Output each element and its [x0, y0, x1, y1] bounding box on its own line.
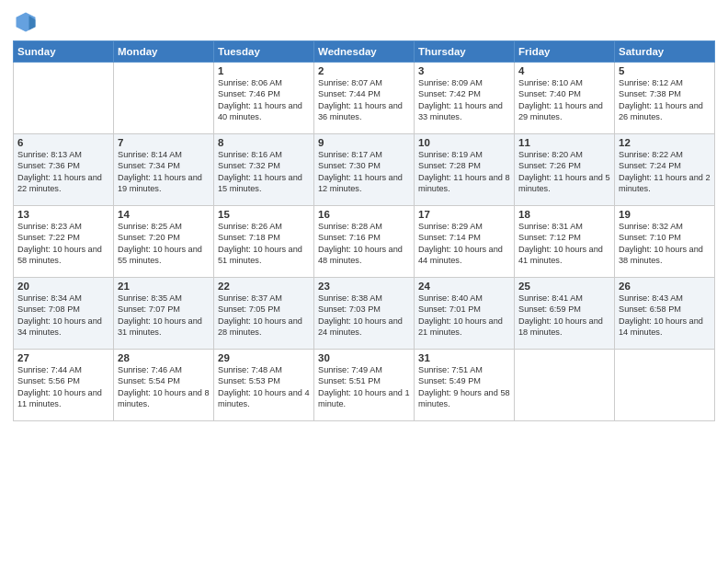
- day-number: 30: [318, 352, 410, 363]
- day-info: Sunrise: 8:16 AM Sunset: 7:32 PM Dayligh…: [218, 149, 310, 195]
- calendar-cell: 10Sunrise: 8:19 AM Sunset: 7:28 PM Dayli…: [415, 134, 515, 206]
- day-info: Sunrise: 8:35 AM Sunset: 7:07 PM Dayligh…: [118, 293, 210, 339]
- day-number: 10: [418, 137, 510, 148]
- calendar-cell: 24Sunrise: 8:40 AM Sunset: 7:01 PM Dayli…: [415, 278, 515, 350]
- day-number: 1: [218, 65, 310, 76]
- day-number: 6: [17, 137, 109, 148]
- day-info: Sunrise: 7:51 AM Sunset: 5:49 PM Dayligh…: [418, 364, 510, 410]
- day-number: 5: [619, 65, 711, 76]
- weekday-tuesday: Tuesday: [214, 41, 314, 63]
- calendar-cell: 23Sunrise: 8:38 AM Sunset: 7:03 PM Dayli…: [314, 278, 415, 350]
- calendar-cell: 6Sunrise: 8:13 AM Sunset: 7:36 PM Daylig…: [14, 134, 114, 206]
- calendar-cell: 11Sunrise: 8:20 AM Sunset: 7:26 PM Dayli…: [515, 134, 615, 206]
- day-info: Sunrise: 7:48 AM Sunset: 5:53 PM Dayligh…: [218, 364, 310, 410]
- day-info: Sunrise: 8:12 AM Sunset: 7:38 PM Dayligh…: [619, 77, 711, 123]
- calendar-cell: 26Sunrise: 8:43 AM Sunset: 6:58 PM Dayli…: [615, 278, 715, 350]
- weekday-thursday: Thursday: [415, 41, 515, 63]
- day-number: 16: [318, 209, 410, 220]
- day-number: 23: [318, 281, 410, 292]
- day-info: Sunrise: 8:29 AM Sunset: 7:14 PM Dayligh…: [418, 221, 510, 267]
- weekday-wednesday: Wednesday: [314, 41, 415, 63]
- day-number: 17: [418, 209, 510, 220]
- day-info: Sunrise: 8:43 AM Sunset: 6:58 PM Dayligh…: [619, 293, 711, 339]
- day-info: Sunrise: 8:26 AM Sunset: 7:18 PM Dayligh…: [218, 221, 310, 267]
- calendar-week-1: 1Sunrise: 8:06 AM Sunset: 7:46 PM Daylig…: [14, 63, 715, 134]
- day-info: Sunrise: 7:44 AM Sunset: 5:56 PM Dayligh…: [17, 364, 109, 410]
- calendar-cell: 30Sunrise: 7:49 AM Sunset: 5:51 PM Dayli…: [314, 350, 415, 421]
- calendar-table: SundayMondayTuesdayWednesdayThursdayFrid…: [13, 40, 715, 421]
- day-number: 9: [318, 137, 410, 148]
- calendar-cell: [14, 63, 114, 134]
- weekday-monday: Monday: [114, 41, 214, 63]
- calendar-week-4: 20Sunrise: 8:34 AM Sunset: 7:08 PM Dayli…: [14, 278, 715, 350]
- day-number: 31: [418, 352, 510, 363]
- day-info: Sunrise: 8:19 AM Sunset: 7:28 PM Dayligh…: [418, 149, 510, 195]
- calendar-week-5: 27Sunrise: 7:44 AM Sunset: 5:56 PM Dayli…: [14, 350, 715, 421]
- day-info: Sunrise: 8:07 AM Sunset: 7:44 PM Dayligh…: [318, 77, 410, 123]
- day-info: Sunrise: 8:34 AM Sunset: 7:08 PM Dayligh…: [17, 293, 109, 339]
- day-info: Sunrise: 8:20 AM Sunset: 7:26 PM Dayligh…: [518, 149, 610, 195]
- day-info: Sunrise: 8:38 AM Sunset: 7:03 PM Dayligh…: [318, 293, 410, 339]
- calendar-cell: 29Sunrise: 7:48 AM Sunset: 5:53 PM Dayli…: [214, 350, 314, 421]
- day-info: Sunrise: 8:28 AM Sunset: 7:16 PM Dayligh…: [318, 221, 410, 267]
- day-number: 20: [17, 281, 109, 292]
- day-info: Sunrise: 8:06 AM Sunset: 7:46 PM Dayligh…: [218, 77, 310, 123]
- day-info: Sunrise: 8:37 AM Sunset: 7:05 PM Dayligh…: [218, 293, 310, 339]
- calendar-cell: 25Sunrise: 8:41 AM Sunset: 6:59 PM Dayli…: [515, 278, 615, 350]
- day-info: Sunrise: 8:25 AM Sunset: 7:20 PM Dayligh…: [118, 221, 210, 267]
- day-info: Sunrise: 8:22 AM Sunset: 7:24 PM Dayligh…: [619, 149, 711, 195]
- calendar-cell: 20Sunrise: 8:34 AM Sunset: 7:08 PM Dayli…: [14, 278, 114, 350]
- calendar-cell: 16Sunrise: 8:28 AM Sunset: 7:16 PM Dayli…: [314, 206, 415, 278]
- calendar-cell: 13Sunrise: 8:23 AM Sunset: 7:22 PM Dayli…: [14, 206, 114, 278]
- day-number: 26: [619, 281, 711, 292]
- day-number: 27: [17, 352, 109, 363]
- calendar-cell: 19Sunrise: 8:32 AM Sunset: 7:10 PM Dayli…: [615, 206, 715, 278]
- calendar-cell: 5Sunrise: 8:12 AM Sunset: 7:38 PM Daylig…: [615, 63, 715, 134]
- calendar-week-2: 6Sunrise: 8:13 AM Sunset: 7:36 PM Daylig…: [14, 134, 715, 206]
- page-header: [13, 9, 715, 35]
- day-info: Sunrise: 8:31 AM Sunset: 7:12 PM Dayligh…: [518, 221, 610, 267]
- day-info: Sunrise: 7:49 AM Sunset: 5:51 PM Dayligh…: [318, 364, 410, 410]
- day-info: Sunrise: 8:13 AM Sunset: 7:36 PM Dayligh…: [17, 149, 109, 195]
- day-info: Sunrise: 8:17 AM Sunset: 7:30 PM Dayligh…: [318, 149, 410, 195]
- calendar-cell: 12Sunrise: 8:22 AM Sunset: 7:24 PM Dayli…: [615, 134, 715, 206]
- calendar-cell: 17Sunrise: 8:29 AM Sunset: 7:14 PM Dayli…: [415, 206, 515, 278]
- logo-icon: [13, 9, 39, 35]
- weekday-header-row: SundayMondayTuesdayWednesdayThursdayFrid…: [14, 41, 715, 63]
- day-info: Sunrise: 8:41 AM Sunset: 6:59 PM Dayligh…: [518, 293, 610, 339]
- day-number: 14: [118, 209, 210, 220]
- day-number: 15: [218, 209, 310, 220]
- calendar-cell: 2Sunrise: 8:07 AM Sunset: 7:44 PM Daylig…: [314, 63, 415, 134]
- calendar-cell: 14Sunrise: 8:25 AM Sunset: 7:20 PM Dayli…: [114, 206, 214, 278]
- weekday-friday: Friday: [515, 41, 615, 63]
- day-number: 19: [619, 209, 711, 220]
- calendar-week-3: 13Sunrise: 8:23 AM Sunset: 7:22 PM Dayli…: [14, 206, 715, 278]
- calendar-cell: 3Sunrise: 8:09 AM Sunset: 7:42 PM Daylig…: [415, 63, 515, 134]
- day-info: Sunrise: 8:32 AM Sunset: 7:10 PM Dayligh…: [619, 221, 711, 267]
- calendar-cell: 22Sunrise: 8:37 AM Sunset: 7:05 PM Dayli…: [214, 278, 314, 350]
- calendar-cell: 31Sunrise: 7:51 AM Sunset: 5:49 PM Dayli…: [415, 350, 515, 421]
- calendar-cell: 8Sunrise: 8:16 AM Sunset: 7:32 PM Daylig…: [214, 134, 314, 206]
- calendar-cell: [615, 350, 715, 421]
- calendar-cell: [515, 350, 615, 421]
- day-number: 21: [118, 281, 210, 292]
- calendar-cell: 18Sunrise: 8:31 AM Sunset: 7:12 PM Dayli…: [515, 206, 615, 278]
- calendar-cell: [114, 63, 214, 134]
- calendar-cell: 1Sunrise: 8:06 AM Sunset: 7:46 PM Daylig…: [214, 63, 314, 134]
- calendar-cell: 9Sunrise: 8:17 AM Sunset: 7:30 PM Daylig…: [314, 134, 415, 206]
- logo: [13, 9, 42, 35]
- weekday-sunday: Sunday: [14, 41, 114, 63]
- day-number: 8: [218, 137, 310, 148]
- day-number: 24: [418, 281, 510, 292]
- day-number: 18: [518, 209, 610, 220]
- day-info: Sunrise: 8:09 AM Sunset: 7:42 PM Dayligh…: [418, 77, 510, 123]
- day-number: 3: [418, 65, 510, 76]
- day-info: Sunrise: 8:40 AM Sunset: 7:01 PM Dayligh…: [418, 293, 510, 339]
- calendar-header: SundayMondayTuesdayWednesdayThursdayFrid…: [14, 41, 715, 63]
- calendar-cell: 15Sunrise: 8:26 AM Sunset: 7:18 PM Dayli…: [214, 206, 314, 278]
- day-number: 2: [318, 65, 410, 76]
- day-info: Sunrise: 8:23 AM Sunset: 7:22 PM Dayligh…: [17, 221, 109, 267]
- day-number: 22: [218, 281, 310, 292]
- day-info: Sunrise: 8:10 AM Sunset: 7:40 PM Dayligh…: [518, 77, 610, 123]
- calendar-cell: 28Sunrise: 7:46 AM Sunset: 5:54 PM Dayli…: [114, 350, 214, 421]
